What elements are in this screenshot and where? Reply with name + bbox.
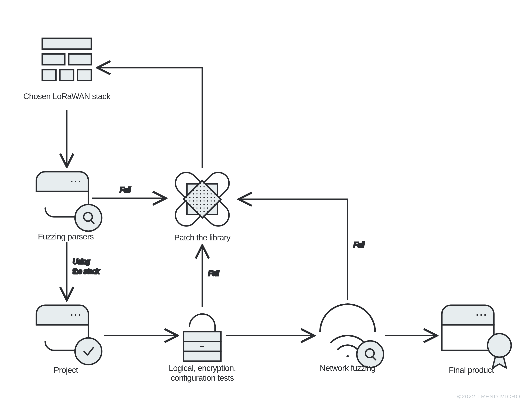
node-fuzzing-parsers: Fuzzing parsers [36,172,102,241]
footer-copyright: ©2022 TREND MICRO [457,393,520,400]
svg-point-19 [79,314,80,316]
svg-point-20 [75,338,102,365]
svg-rect-23 [184,351,221,361]
svg-point-34 [488,334,511,357]
edge-parsers-to-project-label-1: Using [73,258,90,266]
svg-point-17 [71,314,72,316]
svg-rect-3 [69,54,91,65]
svg-rect-5 [60,70,74,81]
svg-point-18 [75,314,76,316]
svg-rect-29 [442,325,494,350]
edge-patch-to-stack [97,68,202,168]
svg-point-9 [79,181,80,182]
magnifier-badge-icon [75,204,102,231]
node-patch-library: Patch the library [171,168,234,242]
edge-netfuzz-to-patch-label: Fail [353,241,364,249]
stack-icon [42,38,91,81]
edge-tests-to-patch-label: Fail [208,269,219,277]
node-network-fuzzing: Network fuzzing [320,304,384,373]
svg-rect-2 [42,54,65,65]
svg-point-31 [476,314,478,316]
tests-label-1: Logical, encryption, [169,363,236,373]
parsers-label: Fuzzing parsers [38,232,94,241]
browser-window-icon [442,305,494,350]
patch-label: Patch the library [174,233,230,242]
ribbon-badge-icon [488,334,511,368]
edge-parsers-to-patch-label: Fail [120,186,131,194]
svg-rect-6 [77,70,91,81]
svg-point-25 [346,355,349,357]
svg-rect-21 [184,332,221,342]
svg-point-8 [75,181,76,182]
svg-point-32 [480,314,482,316]
svg-rect-1 [42,38,91,49]
tests-label-2: configuration tests [171,373,234,382]
svg-rect-4 [42,70,56,81]
stack-label: Chosen LoRaWAN stack [23,92,111,101]
svg-point-7 [71,181,72,182]
bandage-icon [171,168,234,230]
node-tests: Logical, encryption, configuration tests [169,314,236,382]
node-chosen-stack: Chosen LoRaWAN stack [23,38,111,101]
checkmark-badge-icon [75,338,102,365]
project-label: Project [54,365,78,375]
netfuzz-label: Network fuzzing [320,363,375,373]
diagram-canvas: Chosen LoRaWAN stack Fuzzing parsers [0,0,532,409]
svg-point-10 [75,204,102,231]
padlock-icon [184,314,221,361]
edge-netfuzz-to-patch [239,199,348,300]
node-project: Project [36,305,102,375]
node-final-product: Final product [442,305,511,375]
final-label: Final product [449,365,494,375]
svg-point-33 [484,314,486,316]
edge-parsers-to-project-label-2: the stack [73,267,100,275]
edges: Using the stack Fail Fail Fail [67,68,437,336]
